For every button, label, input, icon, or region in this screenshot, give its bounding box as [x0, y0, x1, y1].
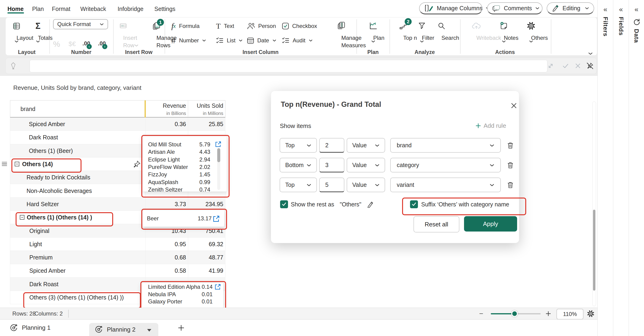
menu-item-settings[interactable]: Settings	[154, 5, 175, 12]
collapse-icon[interactable]: «	[634, 6, 638, 13]
tooltip-scrollbar-thumb[interactable]	[217, 148, 220, 162]
menu-item-plan[interactable]: Plan	[32, 5, 44, 12]
side-panel-label[interactable]: Fields	[618, 17, 625, 36]
row-label[interactable]: Others (1) (Beer)	[29, 147, 73, 154]
external-link-icon[interactable]	[215, 141, 222, 148]
currency-icon[interactable]: $€	[68, 41, 76, 47]
menu-item-infobridge[interactable]: Infobridge	[118, 5, 144, 12]
side-panel-label[interactable]: Data	[633, 29, 640, 43]
cell-revenue[interactable]: 0.95	[174, 241, 186, 247]
row-label[interactable]: Ready to Drink Cocktails	[26, 174, 90, 181]
rule-by-select[interactable]: Value	[347, 158, 385, 172]
formula-input[interactable]	[30, 60, 548, 72]
row-label[interactable]: Light	[29, 241, 42, 247]
cell-units[interactable]: 48.77	[208, 254, 223, 261]
notes-icon[interactable]	[500, 22, 508, 30]
ribbon-item-date[interactable]: Date	[247, 37, 276, 44]
sheet-tab-dropdown-icon[interactable]	[147, 329, 151, 332]
column-header-revenue[interactable]: Revenue	[163, 102, 186, 109]
rule-field-select[interactable]: category	[390, 158, 501, 172]
sigma-icon[interactable]: Σ	[36, 22, 40, 30]
plan-chart-icon[interactable]	[369, 22, 378, 30]
close-gray-icon[interactable]	[574, 63, 581, 69]
rule-by-select[interactable]: Value	[347, 138, 385, 153]
ribbon-item-checkbox[interactable]: Checkbox	[282, 22, 317, 29]
layout-icon[interactable]	[13, 22, 20, 29]
suffix-checkbox[interactable]	[410, 200, 418, 208]
add-sheet-button[interactable]	[178, 324, 185, 331]
rule-count-input[interactable]: 3	[319, 158, 344, 172]
percent-icon[interactable]: %	[53, 40, 60, 48]
zoom-in-button[interactable]	[545, 311, 551, 317]
search-icon[interactable]	[438, 22, 445, 29]
rule-op-select[interactable]: Bottom	[280, 158, 317, 172]
cell-revenue[interactable]: 3.73	[174, 201, 186, 207]
cell-revenue[interactable]: 10.43	[171, 227, 186, 234]
row-label[interactable]: Spiced Amber	[29, 121, 65, 127]
row-label[interactable]: Others (1) (Others (14) )	[27, 214, 92, 221]
row-label[interactable]: Spiced Amber	[29, 267, 66, 274]
check-icon[interactable]	[562, 62, 569, 69]
sheet-tab-planning-2[interactable]: Planning 2	[89, 323, 158, 336]
grid-scrollbar-thumb[interactable]	[593, 210, 595, 291]
ribbon-collapse-icon[interactable]	[588, 52, 593, 55]
ribbon-item-list[interactable]: List	[216, 37, 242, 44]
pin-off-icon[interactable]	[586, 62, 594, 70]
row-label[interactable]: Hard Seltzer	[26, 201, 59, 207]
zoom-value-box[interactable]: 110%	[556, 309, 584, 320]
cell-units[interactable]: 25.85	[208, 121, 223, 127]
row-label[interactable]: Non-Alcoholic Beverages	[26, 187, 92, 194]
cell-revenue[interactable]: 0.58	[174, 267, 186, 274]
rule-by-select[interactable]: Value	[347, 178, 385, 192]
gear-icon[interactable]	[527, 22, 535, 30]
rule-field-select[interactable]: brand	[390, 138, 501, 153]
menu-item-home[interactable]: Home	[8, 5, 24, 12]
pin-icon[interactable]	[133, 160, 141, 168]
top-n-icon[interactable]: 2	[398, 21, 408, 30]
collapse-icon[interactable]: «	[619, 6, 623, 13]
funnel-icon[interactable]	[418, 22, 426, 29]
zoom-slider-thumb[interactable]	[511, 311, 518, 317]
row-label[interactable]: Premium	[29, 254, 52, 261]
rule-op-select[interactable]: Top	[280, 138, 317, 153]
external-link-icon[interactable]	[214, 284, 221, 290]
collapse-toggle-icon[interactable]	[15, 162, 19, 166]
top-action-manage-columns[interactable]: Manage Columns	[419, 2, 482, 14]
add-rule-button[interactable]: Add rule	[475, 122, 506, 129]
ribbon-item-number[interactable]: #Number	[171, 36, 206, 44]
manage-rows-icon[interactable]: 1	[152, 22, 161, 30]
rule-op-select[interactable]: Top	[280, 178, 317, 192]
cell-units[interactable]: 234.95	[206, 201, 223, 207]
collapse-toggle-icon[interactable]	[20, 215, 24, 220]
row-label[interactable]: Others (3) (Others (1) (Others (14) ))	[29, 294, 124, 301]
rule-field-select[interactable]: variant	[390, 178, 501, 192]
row-label[interactable]: Dark Roast	[29, 134, 58, 141]
tooltip-scrollbar-track[interactable]	[217, 148, 220, 190]
top-action-editing[interactable]: Editing	[547, 2, 594, 14]
menu-item-format[interactable]: Format	[52, 5, 70, 12]
pencil-icon[interactable]	[367, 201, 374, 208]
cell-units[interactable]: 41.99	[208, 267, 223, 274]
ribbon-item-person[interactable]: Person	[247, 22, 276, 29]
collapse-icon[interactable]: «	[604, 6, 608, 13]
side-panel-label[interactable]: Filters	[602, 17, 609, 36]
row-label[interactable]: Dark Roast	[29, 281, 58, 287]
ribbon-item-audit[interactable]: Audit	[282, 37, 313, 44]
apply-button[interactable]: Apply	[464, 216, 517, 232]
row-drag-handle[interactable]	[2, 162, 7, 166]
manage-measures-icon[interactable]	[337, 21, 346, 29]
top-action-comments[interactable]: Comments	[487, 2, 542, 14]
rule-count-input[interactable]: 5	[319, 178, 344, 192]
cell-revenue[interactable]: 0.36	[174, 121, 186, 127]
refresh-icon[interactable]	[633, 18, 640, 26]
ribbon-item-formula[interactable]: fxFormula	[171, 22, 200, 30]
ribbon-item-text[interactable]: TText	[216, 22, 234, 30]
column-header-units[interactable]: Units Sold	[197, 102, 223, 109]
expand-icon[interactable]	[547, 62, 554, 69]
grid-scrollbar-track[interactable]	[592, 101, 596, 306]
row-label[interactable]: Others (14)	[22, 161, 53, 168]
quick-format-select[interactable]: Quick Format	[53, 19, 108, 29]
sheet-tab-planning-1[interactable]: Planning 1	[10, 324, 50, 332]
rule-count-input[interactable]: 2	[319, 138, 344, 153]
rest-checkbox[interactable]	[280, 200, 288, 208]
